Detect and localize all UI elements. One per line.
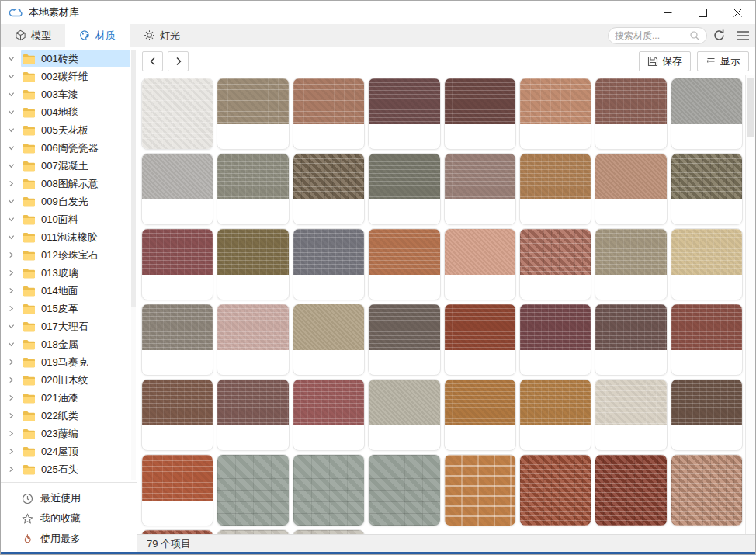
material-tile[interactable] [444,228,516,300]
chevron-right-icon[interactable] [1,180,21,187]
chevron-down-icon[interactable] [1,198,21,205]
maximize-icon[interactable] [685,1,720,24]
folder-tree-item[interactable]: 024屋顶 [1,442,137,460]
material-tile[interactable] [519,228,591,300]
folder-tree-item[interactable]: 015皮革 [1,300,137,317]
folder-row-body[interactable]: 001砖类 [21,50,130,67]
material-tile[interactable] [293,454,365,526]
chevron-right-icon[interactable] [1,376,21,383]
content-scrollbar-thumb[interactable] [747,78,754,137]
material-tile[interactable] [671,304,743,376]
material-tile[interactable] [444,379,516,451]
folder-tree-item[interactable]: 004地毯 [1,103,137,121]
material-tile[interactable] [141,153,213,225]
material-tile[interactable] [368,78,440,150]
chevron-right-icon[interactable] [1,305,21,312]
folder-row-body[interactable]: 009自发光 [21,193,130,210]
material-tile[interactable] [293,304,365,376]
material-tile[interactable] [444,78,516,150]
sidebar-footer-item[interactable]: 我的收藏 [1,508,137,529]
folder-row-body[interactable]: 010面料 [21,211,130,227]
material-tile[interactable] [368,153,440,225]
back-button[interactable] [142,51,163,71]
chevron-down-icon[interactable] [1,234,21,241]
folder-row-body[interactable]: 021油漆 [21,390,130,406]
material-tile[interactable] [368,228,440,300]
folder-tree-item[interactable]: 021油漆 [1,389,137,407]
folder-tree-item[interactable]: 022纸类 [1,407,137,425]
folder-tree-item[interactable]: 003车漆 [1,85,137,103]
tab-light[interactable]: 灯光 [130,24,194,47]
material-tile[interactable] [293,228,365,300]
sidebar-scrollbar[interactable] [131,50,136,480]
material-tile[interactable] [519,78,591,150]
refresh-icon[interactable] [713,29,726,42]
folder-tree-item[interactable]: 019马赛克 [1,353,137,371]
material-tile[interactable] [671,454,743,526]
material-tile[interactable] [671,78,743,150]
material-tile[interactable] [671,228,743,300]
save-button[interactable]: 保存 [639,51,691,71]
minimize-icon[interactable] [650,1,685,24]
material-tile[interactable] [293,153,365,225]
folder-tree-item[interactable]: 001砖类 [1,50,137,68]
material-tile[interactable] [444,153,516,225]
menu-icon[interactable] [737,30,750,41]
folder-row-body[interactable]: 012珍珠宝石 [21,247,130,263]
material-tile[interactable] [519,379,591,451]
material-tile[interactable] [368,454,440,526]
material-tile[interactable] [519,454,591,526]
folder-row-body[interactable]: 019马赛克 [21,354,130,370]
chevron-right-icon[interactable] [1,394,21,401]
folder-row-body[interactable]: 020旧木纹 [21,372,130,388]
material-tile[interactable] [595,153,667,225]
close-icon[interactable] [720,1,755,24]
folder-row-body[interactable]: 014地面 [21,283,130,299]
folder-row-body[interactable]: 008图解示意 [21,175,130,192]
material-tile[interactable] [595,228,667,300]
folder-row-body[interactable]: 004地毯 [21,104,130,120]
material-tile[interactable] [444,304,516,376]
folder-tree-item[interactable]: 018金属 [1,335,137,353]
material-tile[interactable] [141,78,213,150]
chevron-down-icon[interactable] [1,55,21,62]
sidebar-footer-item[interactable]: 最近使用 [1,488,137,508]
chevron-down-icon[interactable] [1,341,21,348]
folder-tree-item[interactable]: 005天花板 [1,121,137,139]
chevron-right-icon[interactable] [1,430,21,437]
folder-row-body[interactable]: 006陶瓷瓷器 [21,140,130,156]
chevron-down-icon[interactable] [1,162,21,169]
folder-row-body[interactable]: 003车漆 [21,86,130,102]
sidebar-scrollbar-thumb[interactable] [131,50,136,307]
chevron-right-icon[interactable] [1,412,21,419]
material-tile[interactable] [519,304,591,376]
material-tile[interactable] [217,153,289,225]
search-box[interactable] [608,27,707,44]
material-tile[interactable] [293,379,365,451]
folder-tree-item[interactable]: 025石头 [1,460,137,478]
search-input[interactable] [615,30,689,41]
material-tile[interactable] [217,78,289,150]
folder-tree-item[interactable]: 017大理石 [1,317,137,335]
folder-tree-item[interactable]: 009自发光 [1,193,137,210]
folder-row-body[interactable]: 017大理石 [21,318,130,335]
chevron-right-icon[interactable] [1,466,21,473]
folder-tree-item[interactable]: 006陶瓷瓷器 [1,139,137,157]
folder-row-body[interactable]: 002碳纤维 [21,68,130,85]
tab-material[interactable]: 材质 [65,24,130,47]
folder-tree-item[interactable]: 012珍珠宝石 [1,246,137,264]
folder-row-body[interactable]: 005天花板 [21,122,130,138]
material-tile[interactable] [217,379,289,451]
material-tile[interactable] [595,304,667,376]
display-button[interactable]: 显示 [697,51,749,71]
material-tile[interactable] [595,379,667,451]
material-tile[interactable] [671,153,743,225]
material-tile[interactable] [141,304,213,376]
material-tile[interactable] [293,78,365,150]
folder-tree-item[interactable]: 020旧木纹 [1,371,137,389]
chevron-right-icon[interactable] [1,448,21,455]
content-scrollbar[interactable] [745,75,755,534]
chevron-down-icon[interactable] [1,109,21,116]
chevron-down-icon[interactable] [1,144,21,151]
folder-row-body[interactable]: 022纸类 [21,408,130,424]
